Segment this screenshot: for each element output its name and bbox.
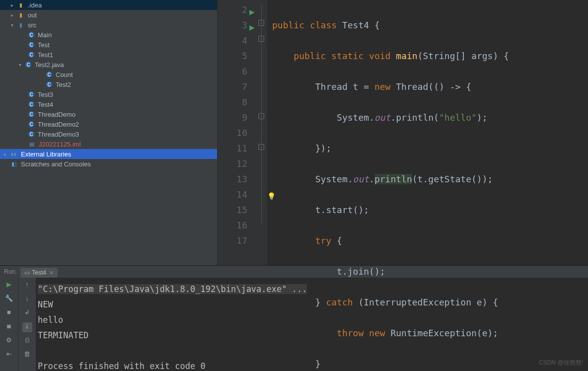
tree-item-threaddemo2[interactable]: CThreadDemo2 bbox=[0, 119, 217, 129]
run-toolbar-left: ▶ 🔧 ■ ◙ ⚙ ⇤ bbox=[0, 278, 18, 371]
tree-label: External Libraries bbox=[21, 150, 71, 158]
line-num: 13 bbox=[218, 171, 247, 187]
scroll-end-button[interactable]: ⤓ bbox=[22, 322, 32, 332]
softwrap-button[interactable]: ↲ bbox=[22, 308, 32, 318]
tree-label: out bbox=[28, 11, 37, 19]
line-num: 7 bbox=[218, 79, 247, 94]
tree-item-threaddemo[interactable]: CThreadDemo bbox=[0, 109, 217, 119]
libraries-icon: ⫾⫾ bbox=[10, 150, 18, 158]
class-icon: C bbox=[28, 91, 35, 98]
console-cmd: "C:\Program Files\Java\jdk1.8.0_192\bin\… bbox=[38, 284, 307, 294]
code-content[interactable]: public class Test4 { public static void … bbox=[267, 0, 509, 265]
folder-icon: ▮ bbox=[17, 1, 25, 9]
class-icon: C bbox=[28, 111, 35, 118]
project-tree[interactable]: ▸▮.idea ▸▮out ▾▮src CMain CTest CTest1 ▾… bbox=[0, 0, 218, 265]
stop-button[interactable]: ■ bbox=[4, 308, 14, 318]
line-num: 15 bbox=[218, 202, 247, 218]
line-num: 10 bbox=[218, 125, 247, 141]
line-gutter: 2 3 4 5 6 7 8 9 10 11 12 13 14 15 16 17 … bbox=[218, 0, 257, 265]
console-line: hello bbox=[38, 315, 63, 325]
tree-label: Test2 bbox=[56, 81, 71, 88]
watermark: CSDN @徐憨憨! bbox=[539, 359, 583, 367]
run-tab[interactable]: ▭ Test4 ✕ bbox=[20, 268, 58, 278]
class-icon: C bbox=[28, 41, 35, 48]
tree-label: ThreadDemo3 bbox=[38, 131, 79, 138]
print-button[interactable]: ⎙ bbox=[22, 336, 32, 346]
run-gutter-icon[interactable]: ▶ bbox=[249, 4, 255, 19]
run-toolbar-2: ↑ ↓ ↲ ⤓ ⎙ 🗑 bbox=[18, 278, 36, 371]
tree-item-test1[interactable]: CTest1 bbox=[0, 50, 217, 60]
tree-label: J20221125.iml bbox=[39, 141, 81, 148]
run-tab-label: Test4 bbox=[32, 269, 46, 276]
console-line: NEW bbox=[38, 299, 53, 309]
close-icon[interactable]: ✕ bbox=[49, 270, 54, 276]
settings-button[interactable]: ⚙ bbox=[4, 336, 14, 346]
code-editor[interactable]: 2 3 4 5 6 7 8 9 10 11 12 13 14 15 16 17 … bbox=[218, 0, 588, 265]
chevron-right-icon: ▸ bbox=[11, 12, 16, 18]
tree-item-idea[interactable]: ▸▮.idea bbox=[0, 0, 217, 10]
console-line: TERMINATED bbox=[38, 330, 88, 340]
line-num: 11 bbox=[218, 141, 247, 156]
tree-label: Test bbox=[38, 41, 50, 49]
java-file-icon: C bbox=[25, 61, 32, 68]
line-num: 16 bbox=[218, 218, 247, 233]
tree-item-threaddemo3[interactable]: CThreadDemo3 bbox=[0, 129, 217, 139]
run-config-icon: ▭ bbox=[24, 269, 30, 276]
fold-icon[interactable]: − bbox=[258, 144, 264, 150]
trash-button[interactable]: 🗑 bbox=[22, 350, 32, 360]
tree-item-iml[interactable]: ▤J20221125.iml bbox=[0, 139, 217, 149]
line-num: 14 bbox=[218, 187, 247, 202]
tree-label: Test4 bbox=[38, 101, 53, 108]
run-gutter-icon[interactable]: ▶ bbox=[249, 19, 255, 35]
tree-label: Main bbox=[38, 31, 52, 39]
tree-item-test2java[interactable]: ▾CTest2.java bbox=[0, 60, 217, 70]
tree-label: Count bbox=[56, 71, 73, 78]
line-num: 17 bbox=[218, 233, 247, 248]
iml-file-icon: ▤ bbox=[28, 140, 36, 148]
chevron-right-icon: ▸ bbox=[11, 2, 16, 8]
line-num: 6 bbox=[218, 64, 247, 79]
camera-button[interactable]: ◙ bbox=[4, 322, 14, 332]
tree-label: ThreadDemo bbox=[38, 111, 75, 118]
chevron-right-icon: ▸ bbox=[4, 151, 9, 157]
tree-label: Test1 bbox=[38, 51, 53, 59]
tree-item-test4[interactable]: CTest4 bbox=[0, 99, 217, 109]
class-icon: C bbox=[46, 71, 53, 78]
tree-item-out[interactable]: ▸▮out bbox=[0, 10, 217, 20]
tree-item-main[interactable]: CMain bbox=[0, 30, 217, 40]
class-icon: C bbox=[28, 31, 35, 38]
tree-label: Scratches and Consoles bbox=[21, 160, 91, 168]
wrench-button[interactable]: 🔧 bbox=[4, 295, 14, 304]
tree-label: Test3 bbox=[38, 91, 53, 98]
fold-icon[interactable]: − bbox=[258, 36, 264, 42]
tree-item-external-libraries[interactable]: ▸⫾⫾External Libraries bbox=[0, 149, 217, 159]
tree-item-test2[interactable]: CTest2 bbox=[0, 79, 217, 89]
tree-label: ThreadDemo2 bbox=[38, 121, 79, 128]
tree-item-count[interactable]: CCount bbox=[0, 70, 217, 79]
bulb-icon[interactable]: 💡 bbox=[267, 189, 276, 204]
fold-icon[interactable]: − bbox=[258, 20, 264, 26]
folder-icon: ▮ bbox=[17, 21, 25, 29]
line-num: 8 bbox=[218, 94, 247, 110]
line-num: 3 bbox=[218, 17, 247, 33]
folder-icon: ▮ bbox=[17, 11, 25, 19]
tree-item-test3[interactable]: CTest3 bbox=[0, 89, 217, 99]
class-icon: C bbox=[28, 131, 35, 138]
down-button[interactable]: ↓ bbox=[22, 295, 32, 304]
run-label: Run: bbox=[4, 268, 16, 275]
line-num: 5 bbox=[218, 48, 247, 64]
tree-item-src[interactable]: ▾▮src bbox=[0, 20, 217, 30]
rerun-button[interactable]: ▶ bbox=[4, 281, 14, 291]
tree-item-test[interactable]: CTest bbox=[0, 40, 217, 50]
scratch-icon: ◧ bbox=[10, 160, 18, 168]
tree-item-scratches[interactable]: ◧Scratches and Consoles bbox=[0, 159, 217, 169]
class-icon: C bbox=[46, 81, 53, 88]
chevron-down-icon: ▾ bbox=[11, 22, 16, 28]
up-button[interactable]: ↑ bbox=[22, 281, 32, 291]
line-num: 4 bbox=[218, 33, 247, 48]
line-num: 12 bbox=[218, 156, 247, 171]
line-num: 9 bbox=[218, 110, 247, 125]
tree-label: Test2.java bbox=[35, 61, 64, 69]
exit-button[interactable]: ⇤ bbox=[4, 350, 14, 360]
fold-icon[interactable]: − bbox=[258, 113, 264, 119]
